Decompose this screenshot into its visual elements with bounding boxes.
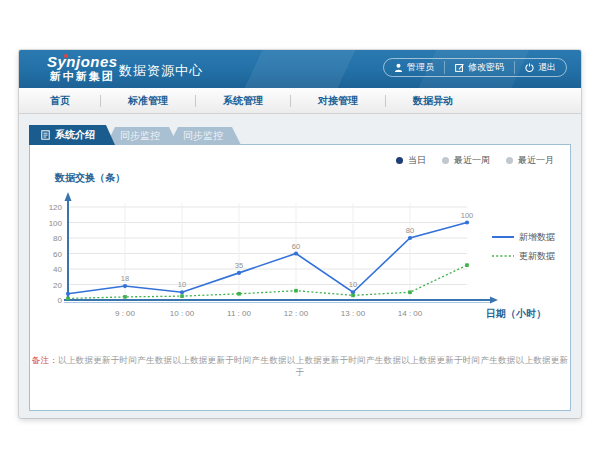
logout-label: 退出	[538, 61, 556, 74]
page-title: 数据资源中心	[119, 62, 203, 80]
radio-last-week[interactable]: 最近一周	[442, 154, 490, 167]
x-tick-label: 11 : 00	[227, 309, 251, 318]
time-range-filters: 当日 最近一周 最近一月	[396, 154, 554, 167]
x-tick-label: 10 : 00	[170, 309, 195, 318]
brand-logo-red-dot-icon	[64, 54, 68, 58]
radio-label: 最近一月	[518, 154, 554, 167]
data-point	[180, 294, 184, 298]
tab-bar: 系统介绍 同步监控 同步监控	[29, 125, 241, 145]
data-point	[465, 220, 469, 224]
y-tick-label: 0	[58, 296, 63, 305]
data-label: 35	[235, 261, 243, 270]
footer-note-text: 以上数据更新于时间产生数据以上数据更新于时间产生数据以上数据更新于时间产生数据以…	[58, 355, 568, 377]
data-label: 10	[178, 280, 186, 289]
y-tick-label: 20	[53, 281, 62, 290]
brand-logo-text: Synjones	[47, 53, 118, 70]
user-icon	[394, 63, 403, 72]
data-label: 80	[406, 226, 414, 235]
data-label: 60	[292, 242, 300, 251]
brand-company-name: 新中新集团	[47, 70, 118, 83]
radio-dot-icon	[396, 157, 403, 164]
data-label: 100	[461, 211, 474, 220]
content-area: 系统介绍 同步监控 同步监控 当日 最近一周 最近一月	[19, 114, 581, 417]
data-point	[408, 236, 412, 240]
x-tick-label: 12 : 00	[284, 309, 309, 318]
radio-label: 当日	[408, 154, 426, 167]
nav-divider	[385, 95, 386, 107]
tab-label: 系统介绍	[55, 125, 95, 145]
change-password-button[interactable]: 修改密码	[444, 61, 514, 74]
nav-divider	[100, 95, 101, 107]
legend-label: 更新数据	[519, 251, 555, 261]
power-icon	[525, 63, 534, 72]
tab-sync-monitor-2[interactable]: 同步监控	[169, 127, 241, 145]
nav-item-data-change[interactable]: 数据异动	[393, 94, 473, 108]
tab-system-intro[interactable]: 系统介绍	[29, 125, 115, 145]
edit-icon	[455, 63, 464, 72]
user-toolbar: 管理员 修改密码 退出	[383, 58, 567, 77]
line-chart[interactable]: 数据交换（条）0204060801001209 : 0010 : 0011 : …	[38, 165, 568, 327]
data-point	[66, 292, 70, 296]
data-point	[66, 297, 70, 301]
x-tick-label: 13 : 00	[341, 309, 366, 318]
x-axis-arrow-icon	[490, 297, 498, 304]
document-icon	[41, 130, 50, 140]
radio-today[interactable]: 当日	[396, 154, 426, 167]
app-window: Synjones 新中新集团 数据资源中心 管理员 修改密码	[19, 50, 581, 418]
y-axis-arrow-icon	[65, 192, 72, 201]
tab-sync-monitor-1[interactable]: 同步监控	[106, 127, 178, 145]
panel-card: 当日 最近一周 最近一月 数据交换（条）0204060801001209 : 0…	[29, 144, 571, 411]
current-user-label: 管理员	[407, 61, 434, 74]
legend-label: 新增数据	[519, 232, 555, 242]
data-point	[237, 271, 241, 275]
data-point	[123, 284, 127, 288]
data-point	[180, 290, 184, 294]
data-point	[123, 295, 127, 299]
nav-divider	[195, 95, 196, 107]
main-nav: 首页 标准管理 系统管理 对接管理 数据异动	[19, 88, 581, 114]
y-tick-label: 60	[53, 250, 62, 259]
data-point	[294, 289, 298, 293]
change-password-label: 修改密码	[468, 61, 504, 74]
data-label: 10	[349, 280, 357, 289]
chart-container: 数据交换（条）0204060801001209 : 0010 : 0011 : …	[38, 165, 568, 331]
data-point	[294, 251, 298, 255]
nav-divider	[290, 95, 291, 107]
data-point	[237, 292, 241, 296]
nav-item-interface-mgmt[interactable]: 对接管理	[298, 94, 378, 108]
nav-item-home[interactable]: 首页	[27, 94, 93, 108]
radio-dot-icon	[442, 157, 449, 164]
header: Synjones 新中新集团 数据资源中心 管理员 修改密码	[19, 50, 581, 88]
y-tick-label: 80	[53, 234, 62, 243]
brand-logo: Synjones 新中新集团	[47, 53, 118, 83]
logout-button[interactable]: 退出	[514, 61, 566, 74]
current-user[interactable]: 管理员	[384, 61, 444, 74]
y-tick-label: 40	[53, 265, 62, 274]
radio-label: 最近一周	[454, 154, 490, 167]
y-tick-label: 100	[49, 219, 63, 228]
radio-dot-icon	[506, 157, 513, 164]
y-axis-title: 数据交换（条）	[54, 172, 125, 183]
data-label: 18	[121, 274, 129, 283]
data-point	[408, 290, 412, 294]
nav-item-standard-mgmt[interactable]: 标准管理	[108, 94, 188, 108]
nav-item-system-mgmt[interactable]: 系统管理	[203, 94, 283, 108]
radio-last-month[interactable]: 最近一月	[506, 154, 554, 167]
x-tick-label: 14 : 00	[398, 309, 423, 318]
y-tick-label: 120	[49, 203, 63, 212]
footer-note-label: 备注：	[32, 355, 58, 365]
data-point	[465, 263, 469, 267]
x-axis-title: 日期（小时）	[486, 308, 546, 319]
data-point	[351, 294, 355, 298]
footer-note: 备注：以上数据更新于时间产生数据以上数据更新于时间产生数据以上数据更新于时间产生…	[30, 355, 570, 379]
x-tick-label: 9 : 00	[115, 309, 136, 318]
